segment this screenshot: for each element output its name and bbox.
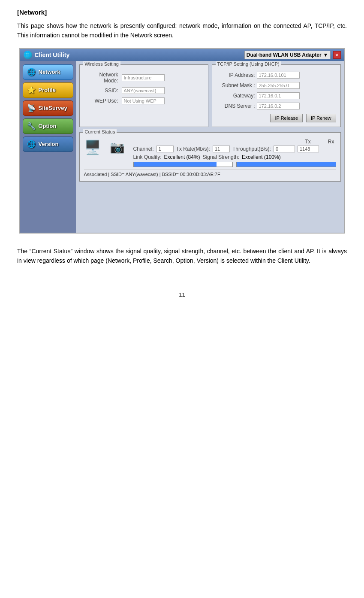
gateway-row: Gateway: 172.16.0.1	[217, 92, 336, 99]
sidebar-item-network[interactable]: 🌐 Network	[23, 64, 73, 80]
network-mode-row: Network Mode: Infrastructure	[84, 72, 204, 84]
wireless-panel: Wireless Setting Network Mode: Infrastru…	[79, 64, 208, 127]
client-body: 🌐 Network ⭐ Profile 📡 SiteSurvey 🔧 Optio…	[20, 61, 344, 233]
status-panel-title: Current Status	[83, 129, 117, 134]
sidebar-item-version[interactable]: 🌐 Version	[23, 137, 73, 152]
ssid-value: ANY(wavecast)	[122, 87, 165, 94]
option-icon: 🔧	[27, 121, 36, 131]
ssid-label: SSID:	[84, 88, 118, 94]
sidebar-version-label: Version	[39, 141, 59, 147]
profile-icon: ⭐	[27, 85, 36, 95]
signal-strength-bar-fill	[237, 162, 336, 167]
sidebar-option-label: Option	[39, 123, 57, 129]
link-quality-bar-fill	[134, 162, 217, 167]
status-panel: Current Status 🖥️ 📷 Tx Rx	[79, 132, 341, 182]
signal-value: Excellent (100%)	[242, 154, 281, 160]
top-panels: Wireless Setting Network Mode: Infrastru…	[79, 64, 341, 127]
sidebar-profile-label: Profile	[39, 87, 56, 93]
ip-renew-button[interactable]: IP Renew	[306, 114, 336, 122]
client-utility-window: 🌐 Client Utility Dual-band WLAN USB Adap…	[19, 48, 345, 234]
monitor-icon: 🖥️	[84, 140, 101, 154]
tx-label: Tx	[305, 139, 310, 145]
sidebar-item-option[interactable]: 🔧 Option	[23, 118, 73, 134]
throughput-label: Throughput(B/s):	[232, 146, 271, 152]
titlebar-left: 🌐 Client Utility	[24, 51, 70, 59]
sitesurvey-icon: 📡	[27, 103, 36, 113]
dropdown-arrow-icon: ▼	[323, 52, 328, 58]
link-quality-bar	[133, 162, 233, 167]
ip-value: 172.16.0.101	[257, 72, 300, 79]
gateway-label: Gateway:	[217, 93, 255, 99]
ip-row: IP Address: 172.16.0.101	[217, 72, 336, 79]
main-content: Wireless Setting Network Mode: Infrastru…	[76, 61, 344, 233]
mask-label: Subnet Mask :	[217, 82, 255, 88]
titlebar: 🌐 Client Utility Dual-band WLAN USB Adap…	[20, 49, 344, 61]
version-icon: 🌐	[27, 140, 36, 149]
app-icon: 🌐	[24, 51, 32, 59]
signal-label: Signal Strength:	[203, 154, 239, 160]
ip-label: IP Address:	[217, 72, 255, 78]
network-mode-value: Infrastructure	[122, 74, 165, 81]
dns-label: DNS Server :	[217, 103, 255, 109]
assoc-text: Associated | SSID= ANY(wavecast) | BSSID…	[84, 170, 336, 177]
txrate-label: Tx Rate(Mb/s):	[176, 146, 210, 152]
dns-row: DNS Server : 172.16.0.2	[217, 103, 336, 109]
link-quality-row: Link Quality: Excellent (84%) Signal Str…	[133, 154, 336, 160]
window-title: Client Utility	[35, 52, 70, 58]
page-heading: [Network]	[17, 9, 347, 16]
intro-text: This page shows how the network is prese…	[17, 21, 347, 40]
sidebar-item-sitesurvey[interactable]: 📡 SiteSurvey	[23, 100, 73, 116]
adapter-label: Dual-band WLAN USB Adapter	[247, 52, 322, 58]
bottom-text: The “Current Status” window shows the si…	[17, 246, 347, 266]
titlebar-controls: Dual-band WLAN USB Adapter ▼ ×	[244, 51, 341, 59]
link-quality-label: Link Quality:	[133, 154, 162, 160]
wep-label: WEP Use:	[84, 98, 118, 104]
wep-row: WEP Use: Not Using WEP	[84, 97, 204, 104]
tx-rx-header: Tx Rx	[133, 139, 336, 145]
ip-buttons: IP Release IP Renew	[217, 114, 336, 122]
network-icon: 🌐	[27, 67, 36, 77]
link-quality-value: Excellent (84%)	[164, 154, 200, 160]
close-button[interactable]: ×	[333, 51, 341, 59]
sidebar-sitesurvey-label: SiteSurvey	[39, 105, 67, 111]
page-number: 11	[17, 291, 347, 298]
mask-value: 255.255.255.0	[257, 82, 300, 89]
channel-value: 1	[156, 146, 174, 152]
sidebar: 🌐 Network ⭐ Profile 📡 SiteSurvey 🔧 Optio…	[20, 61, 76, 233]
ssid-row: SSID: ANY(wavecast)	[84, 87, 204, 94]
tcpip-panel: TCP/IP Setting (Using DHCP) IP Address: …	[212, 64, 341, 127]
adapter-dropdown[interactable]: Dual-band WLAN USB Adapter ▼	[244, 51, 331, 59]
mask-row: Subnet Mask : 255.255.255.0	[217, 82, 336, 89]
wireless-panel-title: Wireless Setting	[83, 61, 120, 67]
gateway-value: 172.16.0.1	[257, 92, 300, 99]
sidebar-network-label: Network	[39, 69, 60, 75]
wep-value: Not Using WEP	[122, 97, 165, 104]
throughput-tx-value: 0	[274, 146, 295, 152]
network-mode-label: Network Mode:	[84, 72, 118, 84]
sidebar-item-profile[interactable]: ⭐ Profile	[23, 82, 73, 98]
rx-label: Rx	[328, 139, 334, 145]
throughput-rx-value: 1148	[298, 146, 319, 152]
dns-value: 172.16.0.2	[257, 103, 300, 109]
ip-release-button[interactable]: IP Release	[270, 114, 303, 122]
tcpip-panel-title: TCP/IP Setting (Using DHCP)	[216, 61, 281, 67]
channel-label: Channel:	[133, 146, 154, 152]
signal-strength-bar	[236, 162, 336, 167]
txrate-value: 11	[213, 146, 230, 152]
camera-icon: 📷	[110, 141, 125, 153]
